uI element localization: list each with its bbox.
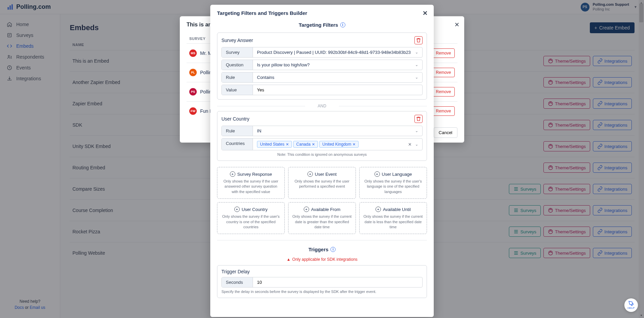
- add-filter-option[interactable]: +Available UntilOnly shows the survey if…: [359, 202, 427, 234]
- chevron-down-icon: ⌄: [415, 63, 418, 67]
- option-desc: Only shows the survey if the user perfor…: [292, 179, 352, 189]
- value-input-row: Value: [221, 85, 423, 95]
- chevron-down-icon: ⌄: [415, 129, 418, 133]
- close-icon[interactable]: ✕: [454, 21, 459, 28]
- option-label: User Event: [315, 172, 337, 177]
- sdk-warning: ▲ Only applicable for SDK integrations: [217, 257, 427, 262]
- option-label: Available From: [311, 207, 340, 212]
- option-label: Survey Response: [237, 172, 272, 177]
- trigger-desc: Specify the delay in seconds before the …: [221, 290, 423, 294]
- plus-icon: +: [375, 207, 381, 212]
- trigger-delay-card: Trigger Delay Seconds Specify the delay …: [217, 265, 427, 298]
- remove-tag-icon[interactable]: ✕: [352, 142, 356, 147]
- chevron-down-icon: ⌄: [415, 50, 418, 55]
- trash-icon: [416, 116, 421, 122]
- info-icon[interactable]: i: [340, 22, 345, 27]
- warning-icon: ▲: [286, 257, 291, 262]
- country-tag: United Kingdom✕: [319, 141, 359, 148]
- survey-answer-card: Survey Answer Survey Product Discovery |…: [217, 33, 427, 100]
- cancel-button[interactable]: Cancel: [434, 127, 457, 138]
- and-separator: AND: [217, 104, 427, 108]
- add-filter-option[interactable]: +Available FromOnly shows the survey if …: [288, 202, 356, 234]
- country-note: Note: This condition is ignored on anony…: [221, 152, 423, 156]
- user-country-card: User Country Rule IN⌄ Countries United S…: [217, 111, 427, 161]
- targeting-modal: Targeting Filters and Triggers Builder ✕…: [210, 5, 434, 317]
- option-desc: Only shows the survey if the user's lang…: [363, 179, 423, 194]
- plus-icon: +: [307, 171, 313, 177]
- card-title: User Country: [221, 116, 249, 122]
- add-filter-option[interactable]: +User CountryOnly shows the survey if th…: [217, 202, 285, 234]
- survey-select[interactable]: Survey Product Discovery | Paused | UUID…: [221, 47, 423, 58]
- plus-icon: +: [234, 207, 240, 212]
- option-desc: Only shows the survey if the current dat…: [363, 214, 423, 230]
- remove-tag-icon[interactable]: ✕: [286, 142, 289, 147]
- triggers-section-title: Triggers i: [217, 247, 427, 252]
- plus-icon: +: [230, 171, 235, 177]
- chevron-down-icon: ⌄: [415, 142, 418, 147]
- country-tag: United States✕: [257, 141, 292, 148]
- delete-filter-button[interactable]: [414, 36, 423, 44]
- option-desc: Only shows the survey if the user's coun…: [221, 214, 281, 230]
- survey-badge: MS: [189, 49, 197, 57]
- trash-icon: [416, 38, 421, 43]
- value-input[interactable]: [257, 87, 418, 92]
- clear-icon[interactable]: ✕: [408, 142, 412, 147]
- survey-badge: PL: [189, 69, 197, 76]
- add-filter-option[interactable]: +User EventOnly shows the survey if the …: [288, 167, 356, 199]
- pen-icon: [628, 301, 634, 306]
- modal-title: Targeting Filters and Triggers Builder: [217, 10, 307, 16]
- option-label: User Language: [382, 172, 412, 177]
- country-rule-select[interactable]: Rule IN⌄: [221, 126, 423, 136]
- countries-multiselect[interactable]: Countries United States✕Canada✕United Ki…: [221, 138, 423, 150]
- survey-badge: PS: [189, 88, 197, 96]
- plus-icon: +: [374, 171, 380, 177]
- help-widget[interactable]: HELP: [624, 298, 638, 312]
- country-tag: Canada✕: [293, 141, 318, 148]
- option-desc: Only shows the survey if the user answer…: [221, 179, 281, 194]
- card-title: Survey Answer: [221, 38, 253, 43]
- info-icon[interactable]: i: [330, 247, 336, 252]
- add-filter-option[interactable]: +Survey ResponseOnly shows the survey if…: [217, 167, 285, 199]
- remove-tag-icon[interactable]: ✕: [312, 142, 315, 147]
- rule-select[interactable]: Rule Contains⌄: [221, 72, 423, 83]
- card-title: Trigger Delay: [221, 269, 423, 274]
- add-filter-option[interactable]: +User LanguageOnly shows the survey if t…: [359, 167, 427, 199]
- survey-badge: FW: [189, 107, 197, 115]
- chevron-down-icon: ⌄: [415, 75, 418, 80]
- seconds-input[interactable]: [257, 280, 418, 285]
- question-select[interactable]: Question Is your pillow too high/low?⌄: [221, 60, 423, 70]
- plus-icon: +: [304, 207, 309, 212]
- filters-section-title: Targeting Filters i: [217, 22, 427, 28]
- delete-filter-button[interactable]: [414, 115, 423, 123]
- option-label: User Country: [242, 207, 268, 212]
- option-label: Available Until: [383, 207, 411, 212]
- close-icon[interactable]: ✕: [423, 9, 428, 17]
- seconds-input-row: Seconds: [221, 277, 423, 288]
- option-desc: Only shows the survey if the current dat…: [292, 214, 352, 230]
